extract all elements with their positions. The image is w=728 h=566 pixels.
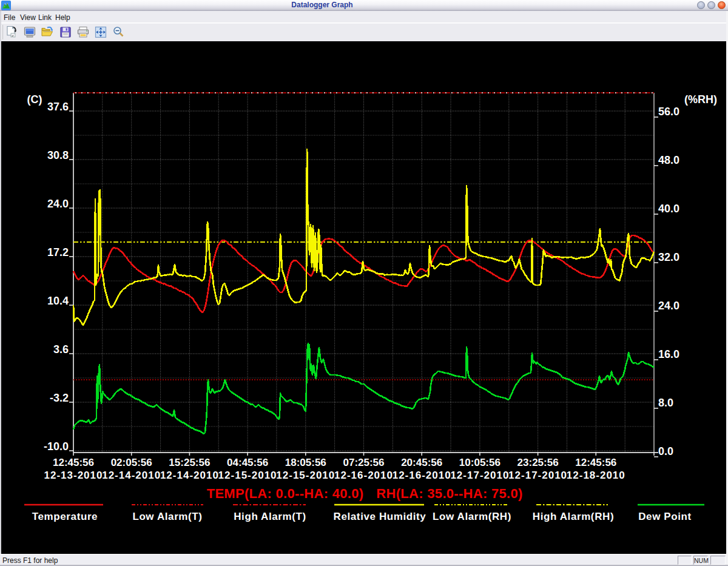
- svg-text:30.8: 30.8: [47, 149, 69, 161]
- svg-text:48.0: 48.0: [658, 154, 679, 166]
- svg-text:Low Alarm(T): Low Alarm(T): [132, 511, 202, 522]
- svg-text:15:25:56: 15:25:56: [169, 457, 210, 468]
- svg-text:10.4: 10.4: [47, 295, 69, 307]
- svg-text:High Alarm(T): High Alarm(T): [234, 511, 306, 522]
- svg-text:0.0: 0.0: [658, 445, 673, 457]
- svg-text:10:05:56: 10:05:56: [459, 457, 500, 468]
- svg-text:12-14-2010: 12-14-2010: [102, 470, 161, 481]
- svg-text:04:45:56: 04:45:56: [227, 457, 268, 468]
- svg-text:12-17-2010: 12-17-2010: [450, 470, 509, 481]
- svg-text:12-17-2010: 12-17-2010: [508, 470, 567, 481]
- svg-text:24.0: 24.0: [47, 198, 69, 210]
- svg-text:40.0: 40.0: [658, 203, 679, 215]
- svg-text:Low Alarm(RH): Low Alarm(RH): [433, 511, 511, 522]
- svg-text:(%RH): (%RH): [684, 93, 717, 106]
- svg-text:12-16-2010: 12-16-2010: [334, 470, 393, 481]
- svg-text:12-16-2010: 12-16-2010: [393, 470, 451, 481]
- svg-text:Relative Humidity: Relative Humidity: [334, 511, 426, 522]
- svg-text:High Alarm(RH): High Alarm(RH): [533, 511, 614, 522]
- svg-text:56.0: 56.0: [658, 106, 679, 118]
- svg-text:02:05:56: 02:05:56: [111, 457, 152, 468]
- svg-text:37.6: 37.6: [47, 101, 69, 113]
- svg-text:12-14-2010: 12-14-2010: [160, 470, 219, 481]
- svg-text:RH(LA: 35.0--HA: 75.0): RH(LA: 35.0--HA: 75.0): [376, 486, 522, 501]
- svg-text:12-13-2010: 12-13-2010: [44, 470, 103, 481]
- svg-text:17.2: 17.2: [47, 246, 69, 258]
- svg-text:3.6: 3.6: [53, 343, 69, 355]
- svg-text:07:25:56: 07:25:56: [343, 457, 384, 468]
- svg-text:23:25:56: 23:25:56: [517, 457, 559, 468]
- svg-text:12:45:56: 12:45:56: [53, 457, 94, 468]
- svg-text:8.0: 8.0: [658, 397, 673, 409]
- svg-text:24.0: 24.0: [658, 300, 679, 312]
- svg-text:12:45:56: 12:45:56: [575, 457, 616, 468]
- svg-text:(C): (C): [27, 93, 42, 106]
- svg-text:Temperature: Temperature: [32, 511, 98, 522]
- svg-text:Dew Point: Dew Point: [638, 511, 692, 522]
- svg-text:-10.0: -10.0: [44, 440, 69, 453]
- svg-text:TEMP(LA: 0.0--HA: 40.0): TEMP(LA: 0.0--HA: 40.0): [207, 486, 364, 501]
- svg-text:32.0: 32.0: [658, 251, 679, 263]
- svg-text:12-15-2010: 12-15-2010: [276, 470, 335, 481]
- svg-text:20:45:56: 20:45:56: [401, 457, 442, 468]
- svg-text:16.0: 16.0: [658, 348, 679, 360]
- svg-text:12-15-2010: 12-15-2010: [218, 470, 277, 481]
- svg-text:12-18-2010: 12-18-2010: [567, 470, 625, 481]
- svg-text:-3.2: -3.2: [50, 392, 69, 404]
- svg-text:18:05:56: 18:05:56: [285, 457, 326, 468]
